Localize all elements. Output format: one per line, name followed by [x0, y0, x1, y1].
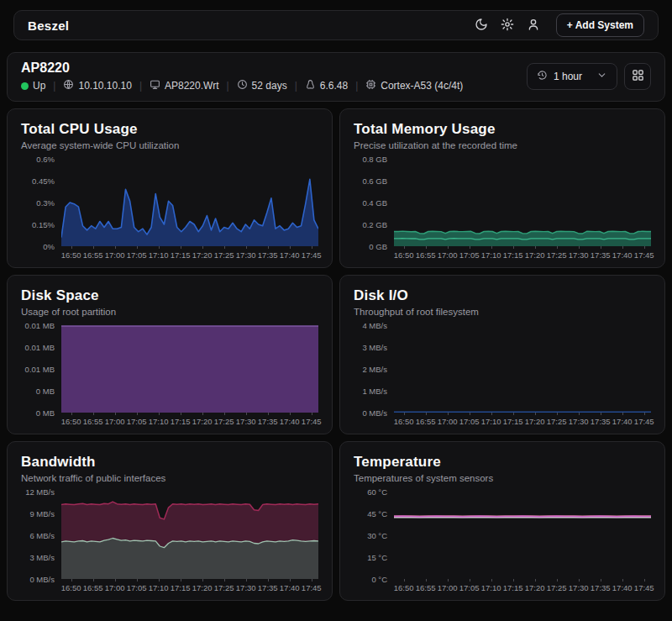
- x-axis: 16:5016:5517:0017:0517:1017:1517:2017:25…: [394, 579, 651, 593]
- x-axis: 16:5016:5517:0017:0517:1017:1517:2017:25…: [394, 413, 651, 427]
- disk-io-card: Disk I/O Throughput of root filesystem 4…: [339, 275, 665, 434]
- kernel-icon: [305, 79, 316, 92]
- time-range-select[interactable]: 1 hour: [527, 63, 617, 90]
- chart-title: Total Memory Usage: [354, 121, 651, 138]
- temperature-chart[interactable]: [394, 492, 651, 579]
- globe-icon: [63, 79, 74, 92]
- chart-title: Disk Space: [21, 287, 318, 304]
- cpu-model: Cortex-A53 (4c/4t): [365, 79, 463, 92]
- ip-address: 10.10.10.10: [63, 79, 131, 92]
- y-axis: 60 °C45 °C30 °C15 °C0 °C: [354, 492, 394, 579]
- chip-icon: [365, 79, 376, 92]
- bandwidth-card: Bandwidth Network traffic of public inte…: [7, 441, 333, 601]
- chart-subtitle: Precise utilization at the recorded time: [354, 140, 651, 150]
- clock-icon: [237, 79, 248, 92]
- x-axis: 16:5016:5517:0017:0517:1017:1517:2017:25…: [394, 246, 651, 261]
- gear-icon: [501, 18, 514, 34]
- chart-subtitle: Network traffic of public interfaces: [21, 473, 318, 483]
- layout-grid-button[interactable]: [624, 63, 651, 90]
- status-badge: Up: [21, 80, 45, 92]
- disk-space-chart[interactable]: [61, 325, 318, 413]
- status-label: Up: [33, 80, 45, 92]
- chart-subtitle: Average system-wide CPU utilization: [21, 140, 318, 150]
- grid-icon: [632, 69, 644, 84]
- uptime: 52 days: [237, 79, 287, 92]
- y-axis: 0.01 MB0.01 MB0.01 MB0 MB0 MB: [21, 325, 61, 413]
- chart-title: Temperature: [354, 454, 651, 471]
- chart-title: Bandwidth: [21, 454, 318, 471]
- chart-grid: Total CPU Usage Average system-wide CPU …: [7, 108, 665, 601]
- x-axis: 16:5016:5517:0017:0517:1017:1517:2017:25…: [61, 413, 318, 427]
- history-clock-icon: [537, 70, 548, 83]
- disk-space-card: Disk Space Usage of root partition 0.01 …: [7, 275, 333, 434]
- settings-button[interactable]: [501, 18, 514, 34]
- brand-logo[interactable]: Beszel: [28, 18, 69, 33]
- memory-usage-card: Total Memory Usage Precise utilization a…: [339, 108, 665, 268]
- y-axis: 12 MB/s9 MB/s6 MB/s3 MB/s0 MB/s: [21, 492, 61, 579]
- chart-subtitle: Usage of root partition: [21, 307, 318, 317]
- disk-io-chart[interactable]: [394, 325, 651, 413]
- bandwidth-chart[interactable]: [61, 492, 318, 579]
- add-system-button[interactable]: + Add System: [556, 13, 644, 37]
- chart-subtitle: Throughput of root filesystem: [354, 307, 651, 317]
- chart-title: Total CPU Usage: [21, 121, 318, 138]
- user-menu-button[interactable]: [527, 18, 540, 34]
- x-axis: 16:5016:5517:0017:0517:1017:1517:2017:25…: [61, 579, 318, 593]
- user-icon: [527, 18, 540, 34]
- moon-icon: [475, 18, 488, 34]
- y-axis: 0.8 GB0.6 GB0.4 GB0.2 GB0 GB: [354, 159, 394, 246]
- cpu-usage-chart[interactable]: [61, 159, 318, 246]
- chart-title: Disk I/O: [354, 287, 651, 304]
- memory-usage-chart[interactable]: [394, 159, 651, 246]
- monitor-icon: [150, 79, 160, 92]
- hostname: AP8220.Wrt: [150, 79, 218, 92]
- kernel-version: 6.6.48: [305, 79, 348, 92]
- y-axis: 4 MB/s3 MB/s2 MB/s1 MB/s0 MB/s: [354, 325, 394, 413]
- cpu-usage-card: Total CPU Usage Average system-wide CPU …: [7, 108, 333, 268]
- x-axis: 16:5016:5517:0017:0517:1017:1517:2017:25…: [61, 246, 318, 261]
- time-range-value: 1 hour: [554, 71, 582, 82]
- top-nav: Beszel + Add System: [13, 10, 659, 40]
- y-axis: 0.6%0.45%0.3%0.15%0%: [21, 159, 61, 246]
- system-name: AP8220: [21, 61, 463, 76]
- system-summary-card: AP8220 Up | 10.10.10.10 | AP8220.Wrt | 5…: [7, 52, 665, 102]
- temperature-card: Temperature Temperatures of system senso…: [339, 441, 665, 601]
- theme-toggle-button[interactable]: [475, 18, 488, 34]
- chart-subtitle: Temperatures of system sensors: [354, 473, 651, 483]
- chevron-down-icon: [596, 70, 607, 83]
- status-dot-icon: [21, 82, 29, 90]
